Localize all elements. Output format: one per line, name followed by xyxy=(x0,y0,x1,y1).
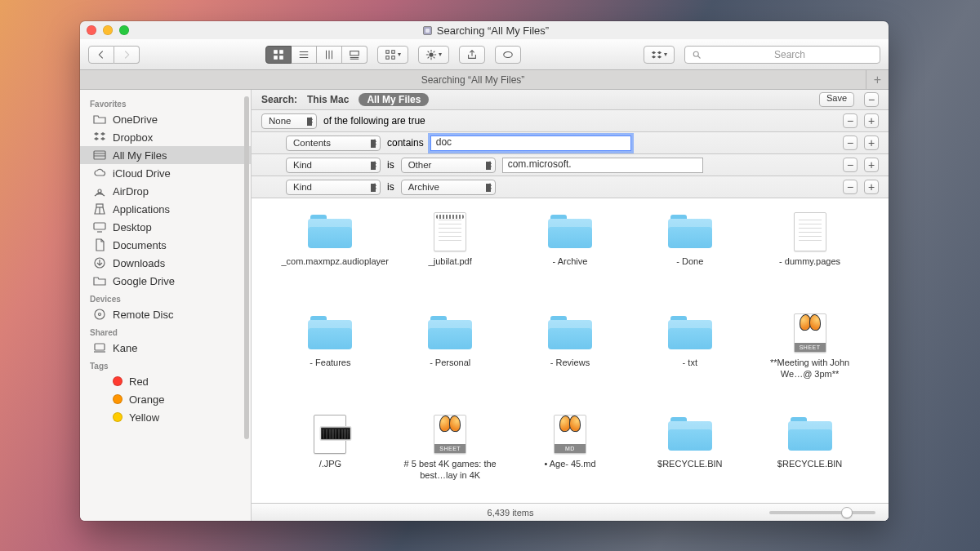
coverflow-view-button[interactable] xyxy=(342,46,368,64)
file-name: /.JPG xyxy=(319,458,342,469)
nav-buttons xyxy=(88,46,140,64)
file-item[interactable]: $RECYCLE.BIN xyxy=(754,415,866,503)
svg-rect-12 xyxy=(94,151,105,159)
column-view-button[interactable] xyxy=(317,46,342,64)
remove-row-button[interactable]: − xyxy=(843,158,858,172)
sidebar-item-kane[interactable]: Kane xyxy=(80,339,251,357)
file-item[interactable]: - Features xyxy=(274,314,386,404)
sidebar-item-airdrop[interactable]: AirDrop xyxy=(80,182,251,200)
sidebar-item-label: Documents xyxy=(113,239,167,251)
criteria-kind-select[interactable]: Archive▴▾ xyxy=(401,180,496,195)
sidebar-item-label: iCloud Drive xyxy=(113,167,171,180)
criteria-attr-select[interactable]: Contents▴▾ xyxy=(286,136,381,151)
sidebar-item-label: Desktop xyxy=(113,221,152,233)
file-item[interactable]: - dummy.pages xyxy=(754,213,866,303)
svg-rect-14 xyxy=(96,204,103,207)
sidebar-item-applications[interactable]: Applications xyxy=(80,200,251,218)
tag-orange[interactable]: Orange xyxy=(80,390,251,408)
folder-icon xyxy=(93,274,106,287)
file-item[interactable]: /.JPG xyxy=(274,415,386,503)
file-name: $RECYCLE.BIN xyxy=(777,458,842,469)
file-name: - Personal xyxy=(430,357,470,368)
add-row-button[interactable]: + xyxy=(864,158,879,172)
criteria-value-input[interactable]: com.microsoft. xyxy=(502,158,703,173)
file-item[interactable]: - Archive xyxy=(514,213,626,303)
remove-row-button[interactable]: − xyxy=(843,113,858,128)
view-switch xyxy=(265,46,368,64)
file-name: _jubilat.pdf xyxy=(429,256,472,267)
file-item[interactable]: _com.maxmpz.audioplayer xyxy=(274,213,386,303)
folder-icon xyxy=(547,314,593,352)
sidebar-item-dropbox[interactable]: Dropbox xyxy=(80,128,251,146)
icon-size-slider[interactable] xyxy=(769,511,875,514)
criteria-kind-select[interactable]: Other▴▾ xyxy=(401,158,496,173)
sidebar-item-label: Google Drive xyxy=(113,275,175,287)
zoom-button[interactable] xyxy=(119,25,129,35)
file-item[interactable]: SHEET# 5 best 4K games: the best…lay in … xyxy=(394,415,506,503)
results-grid: _com.maxmpz.audioplayer_jubilat.pdf- Arc… xyxy=(252,198,889,503)
sidebar-item-google-drive[interactable]: Google Drive xyxy=(80,272,251,290)
dropbox-toolbar-button[interactable]: ▾ xyxy=(644,46,675,64)
criteria-value-input[interactable]: doc xyxy=(430,136,631,151)
svg-point-18 xyxy=(99,313,101,316)
arrange-button[interactable]: ▾ xyxy=(377,46,408,64)
sidebar-item-desktop[interactable]: Desktop xyxy=(80,218,251,236)
remove-row-button[interactable]: − xyxy=(843,180,858,194)
criteria-any-select[interactable]: None▴▾ xyxy=(261,113,317,129)
file-item[interactable]: _jubilat.pdf xyxy=(394,213,506,303)
file-item[interactable]: - txt xyxy=(634,314,746,404)
remove-criteria-button[interactable]: − xyxy=(864,92,879,107)
sidebar-item-onedrive[interactable]: OneDrive xyxy=(80,110,251,128)
scope-all-files[interactable]: All My Files xyxy=(359,93,429,106)
folder-icon xyxy=(667,213,713,251)
folder-icon xyxy=(547,213,593,251)
titlebar[interactable]: Searching “All My Files” xyxy=(80,21,889,39)
close-button[interactable] xyxy=(87,25,96,35)
icon-view-button[interactable] xyxy=(265,46,292,64)
back-button[interactable] xyxy=(88,46,114,64)
tags-button[interactable] xyxy=(495,46,521,64)
folder-icon xyxy=(307,213,353,251)
add-row-button[interactable]: + xyxy=(864,180,879,194)
criteria-attr-select[interactable]: Kind▴▾ xyxy=(286,180,381,195)
tag-red[interactable]: Red xyxy=(80,372,251,390)
minimize-button[interactable] xyxy=(103,25,113,35)
add-row-button[interactable]: + xyxy=(864,136,879,150)
add-row-button[interactable]: + xyxy=(864,113,879,128)
svg-rect-8 xyxy=(392,56,395,59)
criteria-attr-select[interactable]: Kind▴▾ xyxy=(286,158,381,173)
section-shared: Shared xyxy=(80,323,251,339)
smartfolder-icon xyxy=(423,26,432,35)
cloud-icon xyxy=(93,167,106,180)
tag-yellow[interactable]: Yellow xyxy=(80,408,251,426)
sidebar-item-documents[interactable]: Documents xyxy=(80,236,251,254)
file-item[interactable]: - Personal xyxy=(394,314,506,404)
remove-row-button[interactable]: − xyxy=(843,136,858,150)
file-name: **Meeting with John We…@ 3pm** xyxy=(761,357,859,380)
tab-item[interactable]: Searching “All My Files” xyxy=(80,70,866,90)
apps-icon xyxy=(93,202,106,216)
action-button[interactable]: ▾ xyxy=(418,46,449,64)
sidebar-item-icloud-drive[interactable]: iCloud Drive xyxy=(80,164,251,182)
sidebar-scrollbar[interactable] xyxy=(244,96,249,439)
file-item[interactable]: MD• Age- 45.md xyxy=(514,415,626,503)
sidebar-item-remote-disc[interactable]: Remote Disc xyxy=(80,305,251,323)
file-item[interactable]: - Done xyxy=(634,213,746,303)
svg-rect-7 xyxy=(386,56,390,59)
sidebar-item-label: Remote Disc xyxy=(113,309,173,321)
save-search-button[interactable]: Save xyxy=(819,92,854,107)
sidebar-item-downloads[interactable]: Downloads xyxy=(80,254,251,272)
list-view-button[interactable] xyxy=(292,46,317,64)
sidebar-item-all-my-files[interactable]: All My Files xyxy=(80,146,251,164)
sidebar-item-label: Kane xyxy=(113,342,137,354)
new-tab-button[interactable]: + xyxy=(866,70,889,89)
svg-rect-1 xyxy=(280,50,283,53)
forward-button[interactable] xyxy=(114,46,140,64)
file-item[interactable]: $RECYCLE.BIN xyxy=(634,415,746,503)
share-button[interactable] xyxy=(459,46,485,64)
scope-this-mac[interactable]: This Mac xyxy=(307,94,349,105)
file-item[interactable]: SHEET**Meeting with John We…@ 3pm** xyxy=(754,314,866,404)
search-input[interactable]: Search xyxy=(684,46,880,64)
md-icon: MD xyxy=(547,415,593,453)
file-item[interactable]: - Reviews xyxy=(514,314,626,404)
